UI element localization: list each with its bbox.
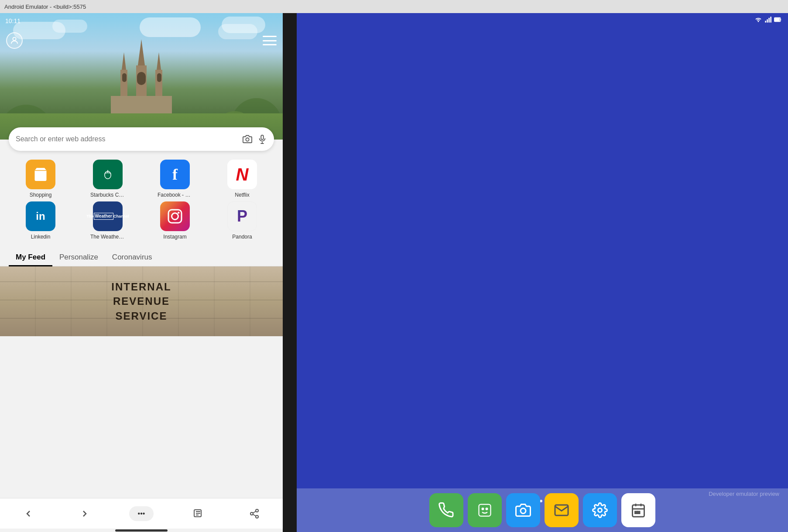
right-panel: Developer emulator preview — [297, 13, 788, 532]
svg-point-38 — [598, 508, 602, 512]
irs-text: INTERNAL REVENUE SERVICE — [111, 280, 171, 324]
svg-point-35 — [482, 508, 484, 510]
shopping-icon — [26, 160, 55, 189]
hero-area: 10:11 — [0, 13, 283, 140]
right-status-bar — [749, 13, 788, 27]
starbucks-label: Starbucks Co... — [90, 192, 125, 198]
pandora-label: Pandora — [232, 234, 252, 240]
title-bar: Android Emulator - <build>:5575 — [0, 0, 788, 13]
svg-point-12 — [246, 138, 249, 141]
tab-personalize[interactable]: Personalize — [52, 249, 105, 266]
home-bar — [115, 529, 168, 532]
menu-icon-button[interactable] — [263, 34, 277, 47]
app-item-facebook[interactable]: f Facebook - L... — [143, 160, 207, 198]
tab-coronavirus[interactable]: Coronavirus — [105, 249, 159, 266]
svg-rect-33 — [774, 18, 780, 21]
app-item-linkedin[interactable]: in Linkedin — [9, 201, 72, 240]
svg-point-25 — [256, 515, 258, 518]
dock-settings-icon[interactable] — [583, 493, 617, 527]
header-icons — [0, 29, 283, 52]
back-button[interactable] — [16, 505, 41, 522]
dock-calendar-icon[interactable] — [621, 493, 655, 527]
share-button[interactable] — [242, 505, 267, 522]
battery-icon — [774, 17, 782, 24]
search-icons — [243, 134, 267, 144]
dock-camera-icon[interactable] — [506, 493, 540, 527]
app-item-pandora[interactable]: P Pandora — [210, 201, 274, 240]
svg-rect-34 — [479, 505, 491, 516]
svg-rect-28 — [765, 21, 766, 23]
tab-myfeed[interactable]: My Feed — [9, 249, 52, 266]
app-item-starbucks[interactable]: Starbucks Co... — [76, 160, 140, 198]
weather-label: The Weather ... — [90, 234, 125, 240]
app-item-shopping[interactable]: Shopping — [9, 160, 72, 198]
linkedin-icon: in — [26, 201, 55, 231]
instagram-label: Instagram — [163, 234, 186, 240]
left-panel: 10:11 — [0, 13, 283, 532]
svg-rect-44 — [638, 512, 640, 514]
tabs-button[interactable] — [186, 505, 210, 522]
wifi-icon — [755, 17, 762, 24]
svg-point-11 — [13, 38, 16, 41]
mic-search-icon[interactable] — [257, 134, 267, 144]
linkedin-label: Linkedin — [31, 234, 51, 240]
svg-rect-29 — [767, 19, 768, 22]
svg-rect-8 — [122, 73, 127, 82]
search-bar — [9, 127, 274, 151]
svg-point-20 — [172, 213, 178, 220]
svg-point-21 — [178, 212, 180, 214]
search-input[interactable] — [16, 135, 243, 143]
android-dock — [297, 488, 788, 532]
dock-facerig-icon[interactable] — [468, 493, 502, 527]
starbucks-icon — [93, 160, 123, 189]
svg-line-27 — [253, 511, 256, 513]
camera-search-icon[interactable] — [243, 134, 252, 144]
title-text: Android Emulator - <build>:5575 — [4, 3, 86, 10]
feed-tabs: My Feed Personalize Coronavirus — [0, 244, 283, 266]
news-section: INTERNAL REVENUE SERVICE — [0, 266, 283, 498]
search-area — [0, 127, 283, 151]
more-button[interactable]: ••• — [129, 506, 154, 521]
svg-marker-4 — [157, 52, 161, 70]
instagram-icon — [160, 201, 190, 231]
svg-point-24 — [250, 512, 253, 515]
status-time: 10:11 — [5, 17, 21, 24]
svg-rect-31 — [770, 17, 771, 22]
profile-icon-button[interactable] — [6, 32, 23, 49]
app-item-weather[interactable]: The Weather Channel The Weather ... — [76, 201, 140, 240]
netflix-icon: N — [227, 160, 257, 189]
divider — [283, 13, 297, 532]
svg-point-37 — [521, 508, 526, 514]
pandora-icon: P — [227, 201, 257, 231]
dock-phone-icon[interactable] — [429, 493, 463, 527]
svg-rect-19 — [168, 210, 182, 223]
bottom-nav: ••• — [0, 498, 283, 529]
svg-rect-43 — [635, 512, 637, 514]
svg-marker-2 — [122, 52, 126, 70]
svg-rect-30 — [768, 18, 770, 23]
netflix-label: Netflix — [235, 192, 249, 198]
svg-point-36 — [486, 508, 488, 510]
app-shortcuts: Shopping Starbucks Co... f Facebook - L. — [0, 151, 283, 244]
signal-icon — [764, 17, 771, 24]
status-bar: 10:11 — [0, 13, 283, 29]
app-item-netflix[interactable]: N Netflix — [210, 160, 274, 198]
facebook-label: Facebook - L... — [158, 192, 192, 198]
weather-icon: The Weather Channel — [93, 201, 123, 231]
svg-rect-9 — [157, 73, 161, 82]
forward-button[interactable] — [72, 505, 97, 522]
svg-line-26 — [253, 514, 256, 516]
dock-email-icon[interactable] — [545, 493, 579, 527]
app-item-instagram[interactable]: Instagram — [143, 201, 207, 240]
shopping-label: Shopping — [30, 192, 52, 198]
facebook-icon: f — [160, 160, 190, 189]
svg-rect-7 — [137, 72, 146, 85]
svg-point-23 — [256, 509, 258, 512]
home-indicator — [0, 529, 283, 532]
svg-rect-13 — [261, 135, 264, 140]
news-image: INTERNAL REVENUE SERVICE — [0, 266, 283, 336]
